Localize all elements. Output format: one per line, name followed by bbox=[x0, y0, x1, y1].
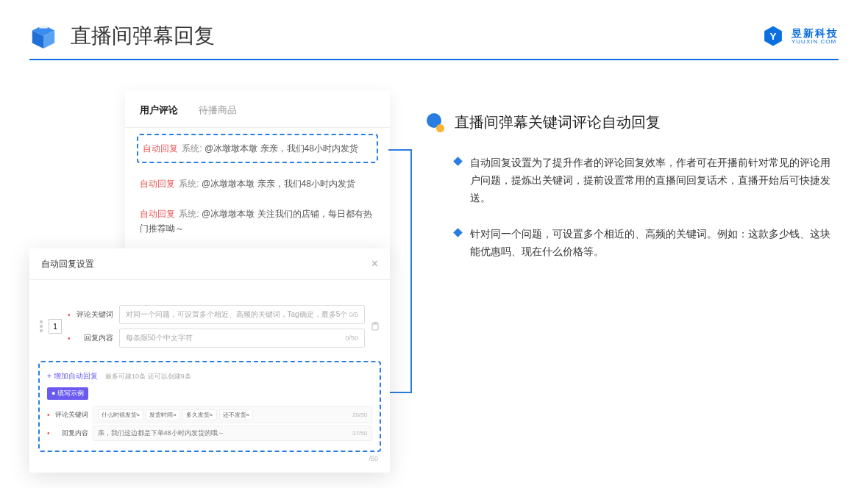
dialog-body: 1 • 评论关键词 对同一个问题，可设置多个相近、高频的关键词，Tag确定，最多… bbox=[29, 280, 390, 473]
bottom-count: /50 bbox=[38, 455, 381, 462]
page-title: 直播间弹幕回复 bbox=[71, 22, 761, 50]
comments-card: 用户评论 待播商品 自动回复 系统: @冰墩墩本墩 亲亲，我们48小时内发货 自… bbox=[125, 90, 390, 260]
comment-item: 自动回复 系统: @冰墩墩本墩 关注我们的店铺，每日都有热门推荐呦～ bbox=[137, 199, 378, 244]
example-badge: ● 填写示例 bbox=[47, 387, 88, 400]
keyword-placeholder: 对同一个问题，可设置多个相近、高频的关键词，Tag确定，最多5个 bbox=[126, 309, 348, 320]
content-field-row: • 回复内容 每条限50个中文字符 0/50 bbox=[68, 329, 365, 348]
svg-rect-5 bbox=[372, 324, 378, 330]
system-label: 系统: bbox=[182, 143, 202, 154]
bullet-text: 自动回复设置为了提升作者的评论回复效率，作者可在开播前针对常见的评论用户问题，提… bbox=[470, 154, 839, 207]
auto-reply-tag: 自动回复 bbox=[140, 179, 175, 189]
dialog-header: 自动回复设置 × bbox=[29, 248, 390, 280]
comment-item: 自动回复 系统: @冰墩墩本墩 亲亲，我们48小时内发货 bbox=[137, 169, 378, 198]
tag-item: 多久发货× bbox=[182, 409, 217, 420]
keyword-count: 0/5 bbox=[349, 311, 358, 318]
content-label: 回复内容 bbox=[74, 333, 113, 343]
example-keyword-row: • 评论关键词 什么时候发货× 发货时间× 多久发货× 还不发货× 20/50 bbox=[47, 406, 372, 423]
system-label: 系统: bbox=[179, 209, 199, 219]
example-content-text: 亲，我们这边都是下单48小时内发货的哦～ bbox=[98, 428, 224, 438]
content-input[interactable]: 每条限50个中文字符 0/50 bbox=[119, 329, 365, 348]
bubble-icon bbox=[427, 113, 446, 132]
page-header: 直播间弹幕回复 Y 昱新科技 YUUXIN.COM bbox=[0, 0, 868, 59]
tab-pending-goods[interactable]: 待播商品 bbox=[199, 104, 237, 117]
svg-text:Y: Y bbox=[769, 31, 776, 42]
drag-handle-icon[interactable] bbox=[38, 320, 44, 332]
tag-item: 什么时候发货× bbox=[98, 409, 144, 420]
content-count: 0/50 bbox=[345, 334, 358, 342]
comment-text: @冰墩墩本墩 亲亲，我们48小时内发货 bbox=[202, 179, 355, 189]
add-auto-reply-link[interactable]: + 增加自动回复 bbox=[47, 371, 98, 381]
diamond-bullet-icon bbox=[453, 157, 463, 166]
main-content: 用户评论 待播商品 自动回复 系统: @冰墩墩本墩 亲亲，我们48小时内发货 自… bbox=[0, 61, 868, 280]
system-label: 系统: bbox=[179, 179, 199, 189]
auto-reply-settings-dialog: 自动回复设置 × 1 • 评论关键词 对同一个问题，可设置多个相近、高频的关键词… bbox=[29, 248, 390, 473]
delete-icon[interactable] bbox=[369, 320, 381, 332]
keyword-input[interactable]: 对同一个问题，可设置多个相近、高频的关键词，Tag确定，最多5个 0/5 bbox=[119, 305, 365, 324]
required-mark: • bbox=[68, 311, 71, 319]
close-icon[interactable]: × bbox=[371, 257, 378, 270]
auto-reply-tag: 自动回复 bbox=[140, 209, 175, 219]
example-box: + 增加自动回复 最多可建10条 还可以创建9条 ● 填写示例 • 评论关键词 … bbox=[38, 361, 381, 452]
connector-line bbox=[410, 149, 412, 392]
tag-item: 发货时间× bbox=[146, 409, 180, 420]
section-title: 直播间弹幕关键词评论自动回复 bbox=[427, 112, 839, 132]
cube-icon bbox=[29, 22, 57, 50]
form-row: 1 • 评论关键词 对同一个问题，可设置多个相近、高频的关键词，Tag确定，最多… bbox=[38, 302, 381, 351]
bullet-item: 自动回复设置为了提升作者的评论回复效率，作者可在开播前针对常见的评论用户问题，提… bbox=[427, 154, 839, 207]
keyword-label: 评论关键词 bbox=[74, 309, 113, 320]
required-mark: • bbox=[47, 411, 50, 419]
tag-item: 还不发货× bbox=[219, 409, 254, 420]
tab-user-comments[interactable]: 用户评论 bbox=[140, 104, 178, 117]
connector-line bbox=[388, 149, 412, 151]
left-panel: 用户评论 待播商品 自动回复 系统: @冰墩墩本墩 亲亲，我们48小时内发货 自… bbox=[29, 90, 390, 280]
brand-logo: Y 昱新科技 YUUXIN.COM bbox=[761, 24, 839, 49]
example-content-input[interactable]: 亲，我们这边都是下单48小时内发货的哦～ 37/50 bbox=[93, 426, 372, 441]
example-content-count: 37/50 bbox=[352, 430, 367, 437]
required-mark: • bbox=[47, 429, 50, 437]
example-content-label: 回复内容 bbox=[53, 428, 88, 438]
comments-tabs: 用户评论 待播商品 bbox=[125, 104, 390, 128]
example-keyword-label: 评论关键词 bbox=[53, 410, 88, 420]
comment-text: @冰墩墩本墩 亲亲，我们48小时内发货 bbox=[204, 143, 358, 154]
example-content-row: • 回复内容 亲，我们这边都是下单48小时内发货的哦～ 37/50 bbox=[47, 426, 372, 441]
dialog-title: 自动回复设置 bbox=[41, 258, 94, 270]
comment-list: 自动回复 系统: @冰墩墩本墩 亲亲，我们48小时内发货 自动回复 系统: @冰… bbox=[125, 134, 390, 244]
required-mark: • bbox=[68, 334, 71, 342]
bullet-text: 针对同一个问题，可设置多个相近的、高频的关键词。例如：这款多少钱、这块能优惠吗、… bbox=[470, 226, 839, 261]
auto-reply-tag: 自动回复 bbox=[143, 143, 178, 154]
right-panel: 直播间弹幕关键词评论自动回复 自动回复设置为了提升作者的评论回复效率，作者可在开… bbox=[427, 90, 839, 280]
svg-marker-3 bbox=[39, 24, 47, 29]
example-keyword-count: 20/50 bbox=[352, 412, 367, 418]
index-box: 1 bbox=[49, 319, 62, 334]
bullet-item: 针对同一个问题，可设置多个相近的、高频的关键词。例如：这款多少钱、这块能优惠吗、… bbox=[427, 226, 839, 261]
section-title-text: 直播间弹幕关键词评论自动回复 bbox=[455, 112, 661, 132]
brand-name: 昱新科技 bbox=[791, 28, 839, 38]
diamond-bullet-icon bbox=[453, 229, 463, 238]
brand-url: YUUXIN.COM bbox=[791, 38, 839, 45]
keyword-field-row: • 评论关键词 对同一个问题，可设置多个相近、高频的关键词，Tag确定，最多5个… bbox=[68, 305, 365, 324]
add-note: 最多可建10条 还可以创建9条 bbox=[105, 373, 191, 380]
brand-icon: Y bbox=[761, 24, 786, 49]
example-keyword-input[interactable]: 什么时候发货× 发货时间× 多久发货× 还不发货× 20/50 bbox=[93, 406, 372, 423]
content-placeholder: 每条限50个中文字符 bbox=[126, 333, 193, 343]
comment-item-highlighted: 自动回复 系统: @冰墩墩本墩 亲亲，我们48小时内发货 bbox=[137, 134, 378, 163]
